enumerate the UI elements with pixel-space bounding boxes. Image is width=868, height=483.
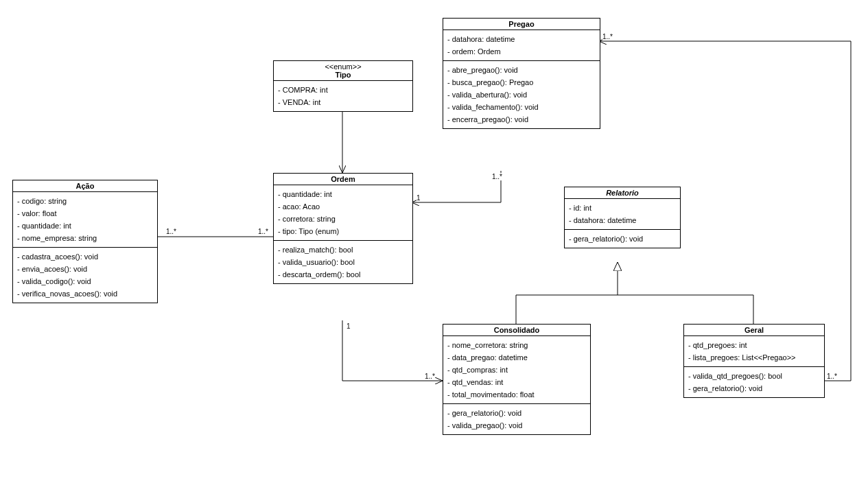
op: - valida_usuario(): bool — [278, 256, 408, 268]
op: - realiza_match(): bool — [278, 244, 408, 256]
class-relatorio-title: Relatorio — [565, 187, 680, 198]
op: - valida_fechamento(): void — [447, 101, 596, 113]
class-pregao-ops: - abre_pregao(): void - busca_pregao(): … — [443, 60, 600, 128]
mult-acao-ordem-right: 1..* — [258, 228, 268, 235]
mult-ordem-pregao-pregao: 1..* — [492, 173, 502, 180]
attr: - valor: float — [17, 207, 153, 220]
class-consolidado-attrs: - nome_corretora: string - data_pregao: … — [443, 335, 590, 403]
op: - abre_pregao(): void — [447, 64, 596, 76]
class-tipo: <<enum>> Tipo - COMPRA: int - VENDA: int — [273, 60, 413, 112]
class-relatorio-attrs: - id: int - datahora: datetime — [565, 198, 680, 229]
attr: - data_pregao: datetime — [447, 351, 586, 364]
mult-geral-pregao-geral: 1..* — [827, 373, 837, 380]
class-acao-ops: - cadastra_acoes(): void - envia_acoes()… — [13, 247, 157, 303]
class-consolidado-ops: - gera_relatorio(): void - valida_pregao… — [443, 403, 590, 434]
class-acao-attrs: - codigo: string - valor: float - quanti… — [13, 191, 157, 247]
attr: - quantidade: int — [278, 188, 408, 200]
op: - valida_pregao(): void — [447, 419, 586, 432]
op: - encerra_pregao(): void — [447, 113, 596, 126]
class-geral-title: Geral — [684, 325, 824, 335]
class-tipo-title: Tipo — [274, 71, 412, 80]
class-geral-ops: - valida_qtd_pregoes(): bool - gera_rela… — [684, 366, 824, 397]
class-acao: Ação - codigo: string - valor: float - q… — [12, 180, 158, 303]
class-tipo-stereotype: <<enum>> — [274, 61, 412, 71]
edge-geral-up — [618, 295, 753, 324]
class-pregao: Pregao - datahora: datetime - ordem: Ord… — [443, 18, 600, 129]
mult-geral-pregao-pregao: 1..* — [602, 33, 613, 40]
op: - valida_qtd_pregoes(): bool — [688, 370, 820, 382]
attr: - acao: Acao — [278, 200, 408, 213]
attr: - total_movimentado: float — [447, 388, 586, 401]
op: - verifica_novas_acoes(): void — [17, 287, 153, 300]
attr: - lista_pregoes: List<<Pregao>> — [688, 351, 820, 364]
attr: - datahora: datetime — [569, 214, 676, 226]
attr: - corretora: string — [278, 213, 408, 225]
op: - gera_relatorio(): void — [569, 233, 676, 245]
class-ordem-ops: - realiza_match(): bool - valida_usuario… — [274, 240, 412, 283]
class-ordem: Ordem - quantidade: int - acao: Acao - c… — [273, 173, 413, 284]
attr: - qtd_vendas: int — [447, 376, 586, 388]
mult-ordem-cons-cons: 1..* — [425, 373, 435, 380]
op: - gera_relatorio(): void — [688, 382, 820, 394]
op: - valida_codigo(): void — [17, 275, 153, 287]
class-pregao-title: Pregao — [443, 19, 600, 30]
attr: - tipo: Tipo (enum) — [278, 225, 408, 237]
edge-consolidado-up — [516, 295, 618, 324]
op: - valida_abertura(): void — [447, 89, 596, 101]
op: - cadastra_acoes(): void — [17, 250, 153, 263]
attr: - id: int — [569, 202, 676, 214]
attr: - quantidade: int — [17, 220, 153, 232]
attr: - nome_empresa: string — [17, 232, 153, 244]
mult-acao-ordem-left: 1..* — [166, 228, 176, 235]
attr: - datahora: datetime — [447, 33, 596, 45]
class-ordem-attrs: - quantidade: int - acao: Acao - correto… — [274, 185, 412, 240]
class-relatorio-ops: - gera_relatorio(): void — [565, 229, 680, 248]
edge-pregao-ordem — [412, 171, 501, 202]
attr: - VENDA: int — [278, 96, 408, 108]
attr: - qtd_pregoes: int — [688, 339, 820, 351]
class-ordem-title: Ordem — [274, 174, 412, 185]
op: - descarta_ordem(): bool — [278, 268, 408, 281]
op: - busca_pregao(): Pregao — [447, 76, 596, 89]
attr: - ordem: Ordem — [447, 45, 596, 58]
class-geral-attrs: - qtd_pregoes: int - lista_pregoes: List… — [684, 335, 824, 366]
attr: - COMPRA: int — [278, 84, 408, 96]
mult-ordem-cons-ordem: 1 — [347, 322, 351, 330]
class-acao-title: Ação — [13, 180, 157, 191]
op: - gera_relatorio(): void — [447, 407, 586, 419]
attr: - nome_corretora: string — [447, 339, 586, 351]
edge-ordem-consolidado — [342, 320, 443, 381]
attr: - qtd_compras: int — [447, 364, 586, 376]
class-consolidado-title: Consolidado — [443, 325, 590, 335]
attr: - codigo: string — [17, 195, 153, 207]
class-tipo-attrs: - COMPRA: int - VENDA: int — [274, 80, 412, 111]
mult-ordem-pregao-ordem: 1 — [417, 194, 421, 202]
class-relatorio: Relatorio - id: int - datahora: datetime… — [564, 187, 681, 248]
class-consolidado: Consolidado - nome_corretora: string - d… — [443, 324, 591, 435]
op: - envia_acoes(): void — [17, 263, 153, 275]
class-pregao-attrs: - datahora: datetime - ordem: Ordem — [443, 30, 600, 60]
class-geral: Geral - qtd_pregoes: int - lista_pregoes… — [683, 324, 825, 398]
